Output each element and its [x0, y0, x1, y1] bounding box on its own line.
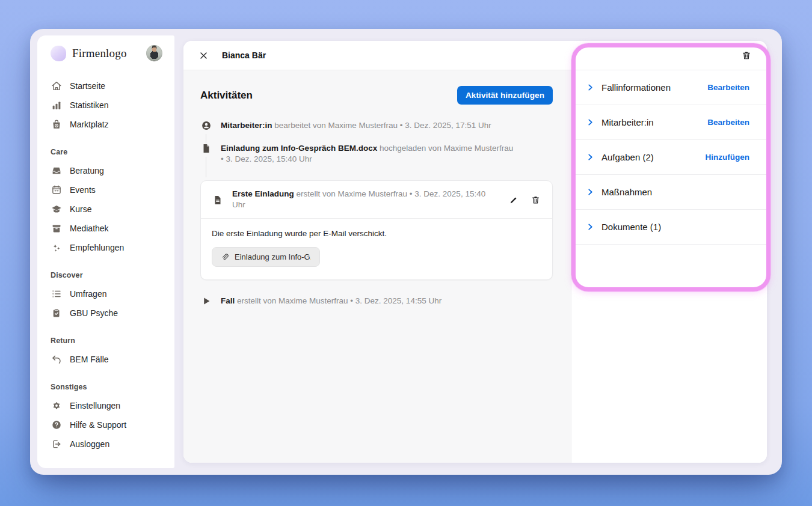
close-icon[interactable]	[198, 50, 209, 61]
chevron-right-icon	[586, 118, 595, 127]
attachment-name: Einladung zum Info-G...	[235, 252, 311, 261]
sidebar-item-umfragen[interactable]: Umfragen	[37, 284, 174, 303]
company-logo-text: Firmenlogo	[72, 47, 127, 60]
help-circle-icon	[51, 419, 62, 431]
timeline-item-title: Einladung zum Info-Gespräch BEM.docx	[221, 144, 377, 153]
sidebar-item-label: Marktplatz	[70, 120, 109, 129]
section-mitarbeiterin[interactable]: Mitarbeiter:in Bearbeiten	[571, 105, 767, 140]
chevron-right-icon	[586, 83, 595, 92]
section-aufgaben[interactable]: Aufgaben (2) Hinzufügen	[571, 140, 767, 175]
sidebar-item-label: Startseite	[70, 81, 105, 91]
attachment-chip[interactable]: Einladung zum Info-G...	[212, 247, 320, 267]
company-logo-icon	[51, 46, 66, 61]
sidebar-item-gbu-psyche[interactable]: GBU Psyche	[37, 303, 174, 323]
delete-activity-trash-icon[interactable]	[530, 194, 541, 206]
section-label: Aufgaben (2)	[601, 152, 654, 162]
activity-card: Erste Einladung erstellt von Maxime Must…	[200, 180, 553, 280]
edit-pencil-icon[interactable]	[508, 194, 520, 206]
sidebar-item-label: Beratung	[70, 166, 104, 175]
chevron-right-icon	[586, 222, 595, 231]
sidebar-item-label: Kurse	[70, 204, 92, 214]
sidebar-section-care: Care	[37, 134, 174, 161]
edit-mitarbeiterin-link[interactable]: Bearbeiten	[707, 118, 749, 127]
sidebar-item-label: Ausloggen	[70, 439, 109, 449]
sidebar-item-label: Mediathek	[70, 224, 109, 233]
section-label: Mitarbeiter:in	[601, 117, 654, 127]
gear-icon	[51, 400, 62, 412]
case-header: Bianca Bär	[183, 41, 767, 70]
sidebar-item-startseite[interactable]: Startseite	[37, 76, 174, 96]
sidebar-section-discover: Discover	[37, 257, 174, 284]
inbox-icon	[51, 165, 62, 177]
sidebar-item-bem-faelle[interactable]: BEM Fälle	[37, 350, 174, 369]
section-label: Maßnahmen	[601, 187, 652, 197]
clipboard-check-icon	[51, 308, 62, 319]
sidebar-section-return: Return	[37, 323, 174, 350]
chevron-right-icon	[586, 187, 595, 197]
shopping-bag-icon	[51, 119, 62, 130]
sidebar-item-label: Statistiken	[70, 100, 109, 110]
paperclip-icon	[221, 253, 229, 261]
file-icon	[200, 142, 212, 154]
sidebar: Firmenlogo Startseite Statistiken Marktp…	[37, 35, 174, 468]
sidebar-item-marktplatz[interactable]: Marktplatz	[37, 115, 174, 134]
sidebar-item-label: Umfragen	[70, 289, 106, 299]
list-icon	[51, 288, 62, 300]
timeline-item-meta: erstellt von Maxime Musterfrau • 3. Dez.…	[237, 296, 441, 305]
sidebar-item-hilfe-support[interactable]: Hilfe & Support	[37, 415, 174, 434]
timeline-item-title: Mitarbeiter:in	[221, 121, 272, 130]
timeline-item-meta: hochgeladen von Maxime Musterfrau	[380, 144, 513, 153]
delete-case-trash-icon[interactable]	[740, 49, 752, 61]
timeline-item-meta: bearbeitet von Maxime Musterfrau • 3. De…	[274, 121, 491, 130]
activity-card-title: Erste Einladung	[232, 189, 294, 198]
activity-note: Die erste Einladung wurde per E-Mail ver…	[212, 229, 541, 238]
sidebar-nav: Startseite Statistiken Marktplatz Care B…	[37, 76, 174, 454]
timeline-item: Einladung zum Info-Gespräch BEM.docx hoc…	[200, 142, 553, 165]
activities-pane: Aktivitäten Aktivität hinzufügen Mitarbe…	[183, 70, 571, 463]
section-fallinformationen[interactable]: Fallinformationen Bearbeiten	[571, 70, 767, 105]
timeline-connector	[206, 157, 206, 177]
sidebar-item-label: GBU Psyche	[70, 308, 118, 318]
sidebar-item-empfehlungen[interactable]: Empfehlungen	[37, 238, 174, 257]
undo-arrow-icon	[51, 354, 62, 365]
section-dokumente[interactable]: Dokumente (1)	[571, 210, 767, 245]
add-activity-button[interactable]: Aktivität hinzufügen	[457, 86, 553, 105]
user-avatar[interactable]	[146, 45, 162, 61]
sidebar-item-mediathek[interactable]: Mediathek	[37, 219, 174, 238]
sidebar-item-label: Empfehlungen	[70, 243, 124, 252]
activities-title: Aktivitäten	[200, 90, 253, 102]
section-label: Fallinformationen	[601, 82, 671, 93]
case-title: Bianca Bär	[222, 50, 266, 60]
person-circle-icon	[200, 119, 212, 131]
sidebar-section-sonstiges: Sonstiges	[37, 369, 174, 396]
add-aufgabe-link[interactable]: Hinzufügen	[706, 153, 750, 162]
sidebar-item-kurse[interactable]: Kurse	[37, 200, 174, 219]
edit-fallinformationen-link[interactable]: Bearbeiten	[707, 83, 749, 92]
timeline-item: Fall erstellt von Maxime Musterfrau • 3.…	[200, 294, 553, 306]
document-icon	[212, 194, 224, 206]
play-triangle-icon	[200, 294, 212, 306]
sidebar-item-label: BEM Fälle	[70, 355, 109, 364]
sidebar-item-label: Hilfe & Support	[70, 420, 126, 430]
sidebar-item-label: Events	[70, 185, 96, 195]
chevron-right-icon	[586, 153, 595, 162]
case-detail-card: Bianca Bär Aktivitäten Aktivität hinzufü…	[183, 41, 767, 463]
sidebar-item-beratung[interactable]: Beratung	[37, 161, 174, 180]
graduation-cap-icon	[51, 204, 62, 215]
sidebar-item-events[interactable]: Events	[37, 180, 174, 200]
sidebar-item-ausloggen[interactable]: Ausloggen	[37, 434, 174, 454]
home-icon	[51, 81, 62, 92]
calendar-icon	[51, 184, 62, 196]
media-library-icon	[51, 223, 62, 234]
app-window: Firmenlogo Startseite Statistiken Marktp…	[30, 29, 782, 475]
sidebar-item-einstellungen[interactable]: Einstellungen	[37, 396, 174, 415]
timeline-item-title: Fall	[221, 296, 235, 305]
sparkles-icon	[51, 242, 62, 254]
section-label: Dokumente (1)	[601, 222, 661, 232]
case-body: Aktivitäten Aktivität hinzufügen Mitarbe…	[183, 70, 767, 463]
sidebar-item-statistiken[interactable]: Statistiken	[37, 96, 174, 115]
timeline-item: Mitarbeiter:in bearbeitet von Maxime Mus…	[200, 119, 553, 131]
logout-icon	[51, 439, 62, 450]
sidebar-item-label: Einstellungen	[70, 401, 120, 410]
section-massnahmen[interactable]: Maßnahmen	[571, 175, 767, 210]
